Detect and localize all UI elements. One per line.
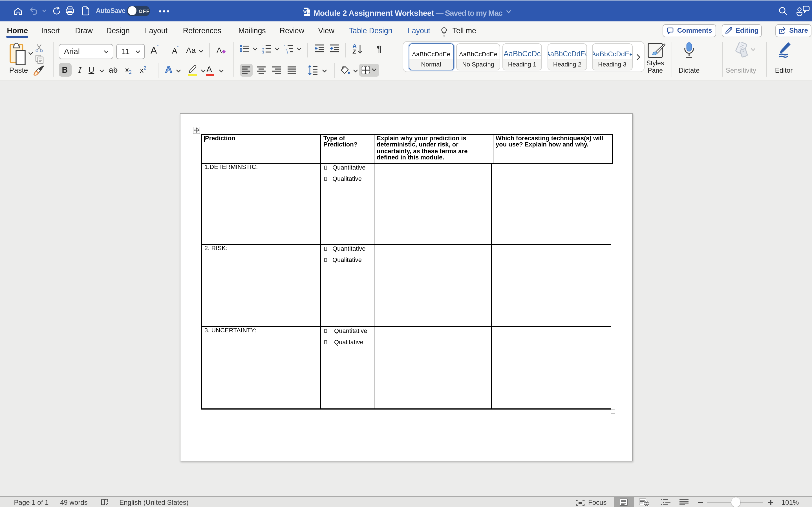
svg-text:3: 3	[262, 51, 264, 54]
svg-text:i: i	[287, 51, 288, 54]
svg-text:W: W	[303, 9, 307, 13]
svg-text:1: 1	[262, 44, 264, 48]
